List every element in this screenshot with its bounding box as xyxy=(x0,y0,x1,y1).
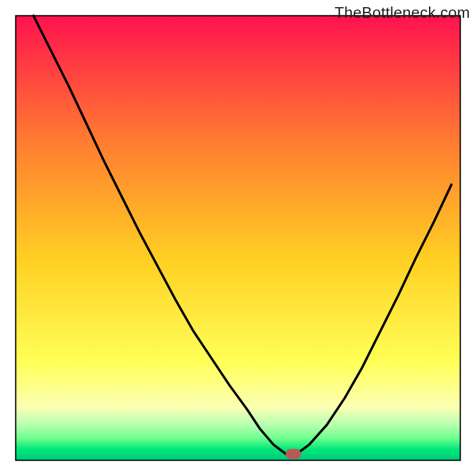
curve-marker xyxy=(286,449,301,459)
bottleneck-chart xyxy=(0,0,476,476)
plot-background xyxy=(15,15,460,460)
chart-container: TheBottleneck.com xyxy=(0,0,476,476)
watermark-label: TheBottleneck.com xyxy=(334,4,470,22)
